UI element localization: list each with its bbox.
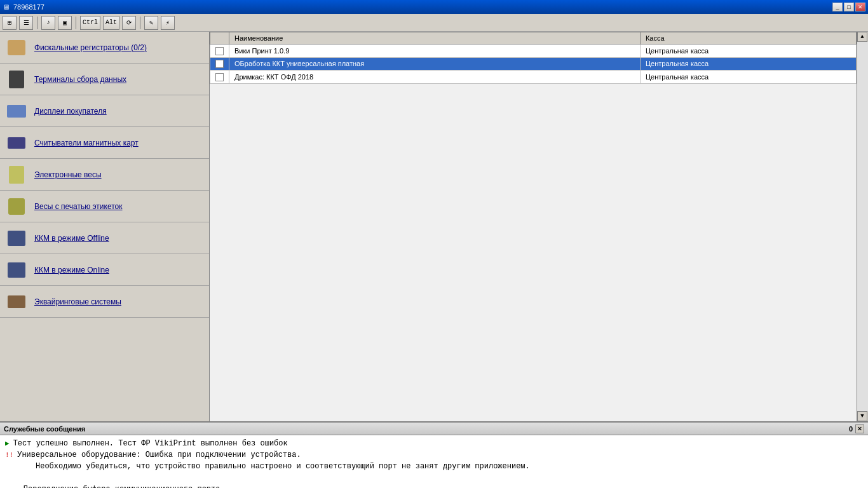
main-area: Фискальные регистраторы (0/2) Терминалы … [0,32,868,421]
message-text-2 [5,472,863,484]
toolbar: ⊞ ☰ ♪ ▣ Ctrl Alt ⟳ ✎ ⚡ [0,14,868,32]
fiscal-icon [5,36,28,59]
kkm-online-icon [5,259,28,281]
sidebar-item-acquiring[interactable]: Эквайринговые системы [0,286,209,318]
toolbar-btn-1[interactable]: ⊞ [3,16,17,30]
message-icon-ok: ▶ [5,438,10,449]
table-row[interactable]: ОБработка ККТ универсальная платная Цент… [210,57,857,71]
scroll-track-v [857,42,868,411]
sidebar-label-scale2: Весы с печатью этикеток [34,202,123,211]
title-bar-buttons: _ □ ✕ [832,3,865,11]
sidebar-item-scale2[interactable]: Весы с печатью этикеток [0,191,209,222]
toolbar-btn-ctrl[interactable]: Ctrl [80,16,100,30]
sidebar-item-card[interactable]: Считыватели магнитных карт [0,127,209,159]
row-name-1: ОБработка ККТ универсальная платная [229,57,641,71]
service-panel-title: Служебные сообщения [4,425,85,433]
card-icon [5,132,28,154]
message-icon-err-1: !! [5,450,13,461]
message-line-0: ▶ Тест успешно выполнен. Тест ФР VikiPri… [5,438,863,449]
sidebar-item-kkm-offline[interactable]: ККМ в режиме Offline [0,222,209,254]
service-panel-controls: 0 ✕ [849,424,864,433]
toolbar-btn-lightning[interactable]: ⚡ [161,16,175,30]
sidebar-item-kkm-online[interactable]: ККМ в режиме Online [0,254,209,286]
terminal-icon [5,68,28,91]
row-name-2: Дримкас: ККТ ОФД 2018 [229,71,641,84]
service-messages: ▶ Тест успешно выполнен. Тест ФР VikiPri… [0,435,868,488]
toolbar-btn-sound[interactable]: ♪ [41,16,55,30]
message-line-3: Переполнение буфера коммуникационного по… [5,484,863,488]
service-panel-count: 0 [849,425,853,433]
col-header-name: Наименование [229,32,641,44]
scroll-down-button[interactable]: ▼ [857,411,867,421]
kkm-offline-icon [5,227,28,250]
content-area: Наименование Касса Вики Принт 1.0.9 Цент… [210,32,857,421]
acquiring-icon [5,290,28,313]
col-header-check [210,32,229,44]
service-panel: Служебные сообщения 0 ✕ ▶ Тест успешно в… [0,421,868,488]
sidebar-item-fiscal[interactable]: Фискальные регистраторы (0/2) [0,32,209,64]
sidebar-label-kkm-offline: ККМ в режиме Offline [34,234,109,243]
sidebar-item-terminal[interactable]: Терминалы сбора данных [0,64,209,95]
service-panel-close-button[interactable]: ✕ [855,424,864,433]
toolbar-btn-alt[interactable]: Alt [103,16,119,30]
sidebar-item-scale[interactable]: Электронные весы [0,159,209,191]
sidebar: Фискальные регистраторы (0/2) Терминалы … [0,32,210,421]
sidebar-item-display[interactable]: Дисплеи покупателя [0,95,209,127]
message-line-2 [5,472,863,484]
right-panel: ▲ ▼ [857,32,868,421]
display-icon [5,100,28,123]
col-header-kassa: Касса [640,32,856,44]
scale-icon [5,163,28,186]
row-checkbox-0[interactable] [210,44,229,58]
title-icon: 🖥 [3,3,10,11]
toolbar-sep-3 [140,17,140,29]
window-title: 78968177 [13,3,44,11]
sidebar-label-scale: Электронные весы [34,170,102,179]
row-checkbox-1[interactable] [210,57,229,71]
device-table: Наименование Касса Вики Принт 1.0.9 Цент… [210,32,857,84]
row-kassa-0: Центральная касса [640,44,856,58]
toolbar-btn-monitor[interactable]: ▣ [58,16,72,30]
scale2-icon [5,195,28,218]
row-kassa-2: Центральная касса [640,71,856,84]
message-text-0: Тест успешно выполнен. Тест ФР VikiPrint… [13,438,863,449]
message-text-1: Универсальное оборудование: Ошибка при п… [17,449,863,472]
title-bar: 🖥 78968177 _ □ ✕ [0,0,868,14]
sidebar-label-fiscal: Фискальные регистраторы (0/2) [34,43,147,52]
row-name-0: Вики Принт 1.0.9 [229,44,641,58]
message-text-3: Переполнение буфера коммуникационного по… [5,484,863,488]
table-row[interactable]: Дримкас: ККТ ОФД 2018 Центральная касса [210,71,857,84]
scroll-up-button[interactable]: ▲ [857,32,867,42]
minimize-button[interactable]: _ [832,3,843,11]
sidebar-label-card: Считыватели магнитных карт [34,139,139,147]
message-line-1: !! Универсальное оборудование: Ошибка пр… [5,449,863,472]
toolbar-sep-2 [76,17,76,29]
row-kassa-1: Центральная касса [640,57,856,71]
sidebar-label-display: Дисплеи покупателя [34,107,107,116]
service-panel-header: Служебные сообщения 0 ✕ [0,423,868,435]
maximize-button[interactable]: □ [844,3,854,11]
sidebar-label-kkm-online: ККМ в режиме Online [34,266,109,274]
row-checkbox-2[interactable] [210,71,229,84]
toolbar-sep-1 [37,17,37,29]
sidebar-label-terminal: Терминалы сбора данных [34,75,126,84]
toolbar-btn-pencil[interactable]: ✎ [144,16,158,30]
toolbar-btn-2[interactable]: ☰ [19,16,33,30]
close-button[interactable]: ✕ [855,3,865,11]
table-row[interactable]: Вики Принт 1.0.9 Центральная касса [210,44,857,58]
sidebar-label-acquiring: Эквайринговые системы [34,297,121,306]
toolbar-btn-refresh[interactable]: ⟳ [122,16,136,30]
